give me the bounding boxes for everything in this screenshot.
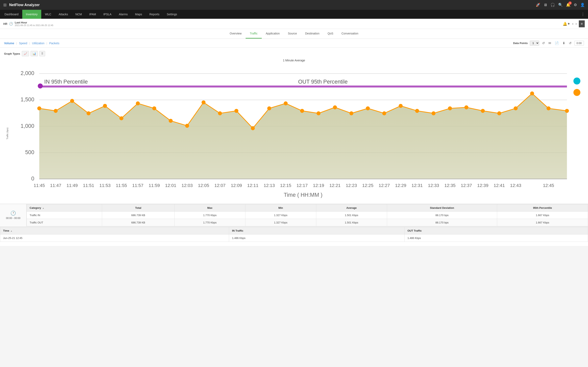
svg-text:12:31: 12:31 bbox=[411, 183, 423, 188]
svg-point-45 bbox=[38, 83, 43, 89]
clock-icon: 🕐 bbox=[10, 211, 16, 216]
bell-icon[interactable]: 🔔 3 bbox=[566, 3, 571, 7]
cell-percentile: 1.667 Kbps bbox=[497, 211, 588, 219]
time-info: Last Hour 2021-06-25 11:45 to 2021-06-25… bbox=[15, 21, 53, 26]
grid-icon[interactable]: ⊞ bbox=[3, 2, 7, 7]
nav-maps[interactable]: Maps bbox=[131, 10, 146, 19]
nav-inventory[interactable]: Inventory bbox=[22, 10, 42, 19]
tab-application[interactable]: Application bbox=[262, 29, 284, 39]
user-icon[interactable]: 👤 bbox=[580, 3, 585, 7]
nav-alarms[interactable]: Alarms bbox=[115, 10, 131, 19]
time-cell-label: 00:00 - 00:00 bbox=[6, 217, 20, 220]
export-icon[interactable]: ⬇ bbox=[562, 40, 566, 46]
col-95th[interactable]: 95th Percentile bbox=[497, 204, 588, 211]
col-out-traffic[interactable]: OUT Traffic bbox=[405, 227, 588, 234]
filter-volume[interactable]: Volume bbox=[4, 42, 14, 45]
svg-text:12:39: 12:39 bbox=[477, 183, 488, 188]
nav-wlc[interactable]: WLC bbox=[41, 10, 55, 19]
col-in-traffic[interactable]: IN Traffic bbox=[229, 227, 405, 234]
tab-qos[interactable]: QoS bbox=[323, 29, 337, 39]
nav-dashboard[interactable]: Dashboard bbox=[1, 10, 22, 19]
nav-ipsla[interactable]: IPSLA bbox=[100, 10, 115, 19]
monitor-icon[interactable]: 🖥 bbox=[544, 3, 547, 7]
notification-badge: 3 bbox=[568, 1, 572, 5]
svg-point-37 bbox=[481, 109, 485, 113]
col-category[interactable]: Category ▲ bbox=[27, 204, 102, 211]
svg-point-17 bbox=[152, 106, 156, 110]
data-points-select[interactable]: 1 2 5 bbox=[530, 41, 539, 46]
svg-text:12:19: 12:19 bbox=[313, 183, 324, 188]
filter-utilization[interactable]: Utilization bbox=[32, 42, 44, 45]
svg-point-33 bbox=[415, 109, 419, 113]
nav-ncm[interactable]: NCM bbox=[72, 10, 86, 19]
svg-point-25 bbox=[284, 101, 288, 105]
svg-point-41 bbox=[546, 106, 551, 110]
tab-source[interactable]: Source bbox=[284, 29, 301, 39]
nav-ipam[interactable]: IPAM bbox=[86, 10, 100, 19]
tab-overview[interactable]: Overview bbox=[226, 29, 246, 39]
svg-text:12:45: 12:45 bbox=[543, 183, 554, 188]
svg-point-81 bbox=[573, 77, 580, 84]
svg-text:12:03: 12:03 bbox=[182, 183, 193, 188]
cell-average: 1.501 Kbps bbox=[316, 219, 387, 226]
gear-icon[interactable]: ⚙ bbox=[574, 3, 577, 7]
y-axis-label: Traffic (bps) bbox=[6, 64, 9, 203]
graph-types-label: Graph Types bbox=[4, 52, 20, 55]
svg-text:11:59: 11:59 bbox=[149, 183, 160, 188]
alert-icon[interactable]: 🔔✦ bbox=[563, 22, 570, 26]
svg-point-19 bbox=[185, 124, 189, 128]
col-std-dev[interactable]: Standard Deviation bbox=[387, 204, 497, 211]
chart-title: 1 Minute Average bbox=[6, 59, 582, 62]
cell-in-traffic: 1.486 Kbps bbox=[229, 234, 405, 242]
bar-chart-btn[interactable]: 📊 bbox=[31, 51, 38, 56]
search-icon[interactable]: 🔍 bbox=[558, 3, 563, 7]
line-chart-btn[interactable]: 📈 bbox=[22, 51, 29, 56]
rocket-icon[interactable]: 🚀 bbox=[536, 3, 540, 7]
nav-more-icon[interactable]: ⋮ bbox=[579, 12, 587, 17]
svg-point-83 bbox=[573, 89, 580, 96]
col-average[interactable]: Average bbox=[316, 204, 387, 211]
svg-point-11 bbox=[54, 109, 58, 113]
svg-text:11:47: 11:47 bbox=[50, 183, 61, 188]
nav-settings[interactable]: Settings bbox=[163, 10, 181, 19]
cell-std-dev: 88.170 bps bbox=[387, 211, 497, 219]
filter-packets[interactable]: Packets bbox=[49, 42, 60, 45]
svg-point-15 bbox=[120, 116, 123, 120]
col-min[interactable]: Min bbox=[245, 204, 316, 211]
refresh-icon[interactable]: ↺ bbox=[541, 40, 545, 46]
filter-speed[interactable]: Speed bbox=[19, 42, 27, 45]
svg-point-24 bbox=[267, 106, 271, 110]
menu-button[interactable]: ≡ bbox=[579, 20, 585, 27]
scatter-chart-btn[interactable]: ⠿ bbox=[39, 51, 45, 56]
svg-point-30 bbox=[366, 106, 370, 110]
next-icon[interactable]: › bbox=[576, 22, 577, 26]
headset-icon[interactable]: 🎧 bbox=[550, 3, 555, 7]
svg-text:11:57: 11:57 bbox=[132, 183, 144, 188]
graph-types: Graph Types 📈 📊 ⠿ bbox=[4, 51, 584, 56]
prev-icon[interactable]: ‹ bbox=[572, 22, 573, 26]
tab-destination[interactable]: Destination bbox=[301, 29, 323, 39]
col-max[interactable]: Max bbox=[174, 204, 245, 211]
data-table-wrapper: 🕐 00:00 - 00:00 Category ▲ Total Max Min… bbox=[0, 204, 588, 226]
svg-text:1,000: 1,000 bbox=[21, 123, 34, 129]
svg-point-38 bbox=[497, 111, 501, 115]
email-icon[interactable]: ✉ bbox=[548, 40, 552, 46]
svg-point-29 bbox=[349, 111, 354, 115]
tab-conversation[interactable]: Conversation bbox=[337, 29, 362, 39]
summary-table-section: 🕐 00:00 - 00:00 Category ▲ Total Max Min… bbox=[0, 204, 588, 226]
timer-display[interactable]: 0:00 bbox=[574, 41, 584, 45]
nav-attacks[interactable]: Attacks bbox=[55, 10, 72, 19]
svg-point-22 bbox=[234, 109, 238, 113]
pdf-icon[interactable]: 📄 bbox=[554, 40, 560, 46]
nav-reports[interactable]: Reports bbox=[146, 10, 163, 19]
subheader-right: 🔔✦ ‹ › ≡ bbox=[563, 20, 585, 27]
svg-text:11:45: 11:45 bbox=[34, 183, 45, 188]
toolbar: Volume | Speed | Utilization | Packets D… bbox=[0, 39, 588, 48]
col-total[interactable]: Total bbox=[102, 204, 174, 211]
table-row: Traffic IN 686.739 KB 1.770 Kbps 1.327 K… bbox=[27, 211, 588, 219]
tab-traffic[interactable]: Traffic bbox=[246, 29, 261, 39]
cell-std-dev: 88.170 bps bbox=[387, 219, 497, 226]
col-time[interactable]: Time ▲ bbox=[0, 227, 229, 234]
reset-icon[interactable]: ↺ bbox=[568, 40, 572, 46]
filter-links: Volume | Speed | Utilization | Packets bbox=[4, 42, 60, 45]
